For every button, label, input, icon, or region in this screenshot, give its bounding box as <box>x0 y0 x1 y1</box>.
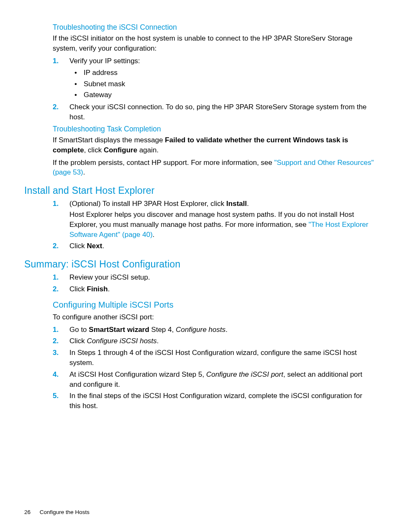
text-run: again. <box>137 146 159 154</box>
list-item: 1. Go to SmartStart wizard Step 4, Confi… <box>53 325 375 335</box>
heading-troubleshooting-task: Troubleshooting Task Completion <box>53 125 375 134</box>
list-number: 1. <box>53 199 59 209</box>
text-run: , click <box>84 146 104 154</box>
text-run: Click <box>69 337 87 345</box>
bold-text: Next <box>87 242 102 250</box>
bold-text: Finish <box>87 285 108 293</box>
page-number: 26 <box>24 509 31 515</box>
document-page: Troubleshooting the iSCSI Connection If … <box>0 0 399 532</box>
list-text: Check your iSCSI connection. To do so, p… <box>69 103 367 121</box>
list-item: 2. Check your iSCSI connection. To do so… <box>53 102 375 122</box>
list-text: (Optional) To install HP 3PAR Host Explo… <box>69 200 249 208</box>
list-number: 3. <box>53 348 59 358</box>
paragraph: If the iSCSI initiator on the host syste… <box>53 33 375 54</box>
list-number: 1. <box>53 272 59 283</box>
text-run: At iSCSI Host Configuration wizard Step … <box>69 370 206 378</box>
text-run: . <box>153 231 155 239</box>
content-column: Troubleshooting the iSCSI Connection If … <box>53 23 375 411</box>
italic-text: Configure the iSCSI port <box>206 370 283 378</box>
paragraph: If the problem persists, contact HP supp… <box>53 158 375 178</box>
list-item: 2. Click Next. <box>53 241 375 251</box>
list-item: 1. (Optional) To install HP 3PAR Host Ex… <box>53 199 375 239</box>
list-text: Click Finish. <box>69 285 110 293</box>
footer-title: Configure the Hosts <box>40 509 90 515</box>
paragraph: Host Explorer helps you discover and man… <box>69 210 375 239</box>
list-item: 2. Click Configure iSCSI hosts. <box>53 336 375 346</box>
list-number: 2. <box>53 241 59 251</box>
list-item: 2. Click Finish. <box>53 284 375 294</box>
text-run: . <box>225 326 228 334</box>
text-run: Go to <box>69 326 89 334</box>
heading-troubleshooting-iscsi: Troubleshooting the iSCSI Connection <box>53 23 375 32</box>
list-item: 1. Verify your IP settings: IP address S… <box>53 56 375 101</box>
list-number: 1. <box>53 56 59 66</box>
text-run: Step 4, <box>149 326 176 334</box>
bullet-item: IP address <box>69 67 375 78</box>
heading-configuring-multiple-ports: Configuring Multiple iSCSI Ports <box>53 300 375 310</box>
list-text: In the final steps of the iSCSI Host Con… <box>69 392 362 410</box>
bullet-item: Gateway <box>69 90 375 100</box>
list-text: In Steps 1 through 4 of the iSCSI Host C… <box>69 349 357 367</box>
heading-summary-iscsi: Summary: iSCSI Host Configuration <box>24 259 375 270</box>
ordered-list: 1. Review your iSCSI setup. 2. Click Fin… <box>53 272 375 294</box>
list-text: Go to SmartStart wizard Step 4, Configur… <box>69 326 228 334</box>
bold-text: Install <box>226 200 247 208</box>
ordered-list: 1. Verify your IP settings: IP address S… <box>53 56 375 122</box>
text-run: If the problem persists, contact HP supp… <box>53 159 274 167</box>
list-number: 2. <box>53 284 59 294</box>
list-item: 1. Review your iSCSI setup. <box>53 272 375 283</box>
page-footer: 26 Configure the Hosts <box>24 509 90 515</box>
list-number: 1. <box>53 325 59 335</box>
text-run: . <box>83 168 85 176</box>
italic-text: Configure iSCSI hosts <box>87 337 157 345</box>
list-text: Click Configure iSCSI hosts. <box>69 337 159 345</box>
text-run: Click <box>69 242 87 250</box>
bullet-item: Subnet mask <box>69 79 375 90</box>
list-item: 3. In Steps 1 through 4 of the iSCSI Hos… <box>53 348 375 368</box>
ordered-list: 1. (Optional) To install HP 3PAR Host Ex… <box>53 199 375 251</box>
text-run: . <box>247 200 249 208</box>
text-run: (Optional) To install HP 3PAR Host Explo… <box>69 200 226 208</box>
list-number: 2. <box>53 102 59 112</box>
italic-text: Configure hosts <box>176 326 225 334</box>
ordered-list: 1. Go to SmartStart wizard Step 4, Confi… <box>53 325 375 411</box>
text-run: . <box>102 242 104 250</box>
paragraph: To configure another iSCSI port: <box>53 312 375 322</box>
bold-text: SmartStart wizard <box>89 326 149 334</box>
list-text: Verify your IP settings: <box>69 57 140 65</box>
list-text: Review your iSCSI setup. <box>69 273 150 281</box>
list-item: 4. At iSCSI Host Configuration wizard St… <box>53 370 375 390</box>
list-number: 5. <box>53 391 59 401</box>
paragraph: If SmartStart displays the message Faile… <box>53 135 375 155</box>
text-run: Click <box>69 285 87 293</box>
list-item: 5. In the final steps of the iSCSI Host … <box>53 391 375 411</box>
heading-install-host-explorer: Install and Start Host Explorer <box>24 185 375 196</box>
text-run: If SmartStart displays the message <box>53 136 165 144</box>
bold-text: Configure <box>104 146 137 154</box>
text-run: . <box>157 337 159 345</box>
list-text: Click Next. <box>69 242 104 250</box>
list-number: 2. <box>53 336 59 346</box>
text-run: . <box>108 285 110 293</box>
bullet-list: IP address Subnet mask Gateway <box>69 67 375 100</box>
list-text: At iSCSI Host Configuration wizard Step … <box>69 370 362 388</box>
list-number: 4. <box>53 370 59 380</box>
